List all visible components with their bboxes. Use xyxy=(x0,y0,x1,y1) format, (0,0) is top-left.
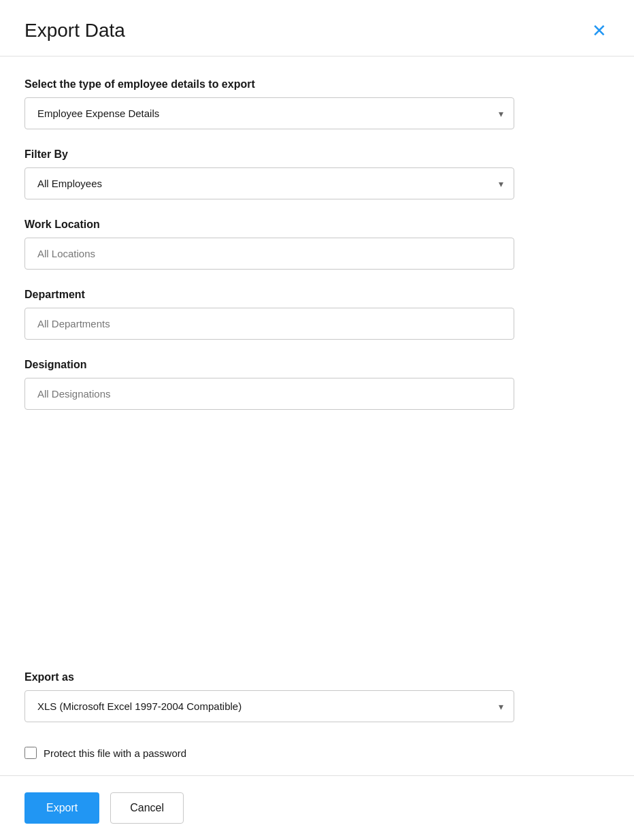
cancel-button[interactable]: Cancel xyxy=(110,792,184,824)
designation-group: Designation xyxy=(24,359,610,410)
export-type-select[interactable]: Employee Expense DetailsEmployee Details… xyxy=(24,97,514,129)
filter-by-select[interactable]: All EmployeesActive EmployeesInactive Em… xyxy=(24,167,514,199)
export-button[interactable]: Export xyxy=(24,792,99,824)
close-icon: ✕ xyxy=(592,22,607,39)
dialog-body: Select the type of employee details to e… xyxy=(0,56,634,775)
work-location-group: Work Location xyxy=(24,219,610,270)
work-location-input[interactable] xyxy=(24,238,514,270)
export-as-select-wrapper: XLS (Microsoft Excel 1997-2004 Compatibl… xyxy=(24,690,514,722)
department-group: Department xyxy=(24,289,610,340)
password-protect-checkbox[interactable] xyxy=(24,747,37,759)
filter-by-label: Filter By xyxy=(24,148,610,161)
designation-input[interactable] xyxy=(24,378,514,410)
department-label: Department xyxy=(24,289,610,301)
export-as-label: Export as xyxy=(24,671,610,683)
export-type-group: Select the type of employee details to e… xyxy=(24,78,610,129)
department-input[interactable] xyxy=(24,308,514,340)
export-as-group: Export as XLS (Microsoft Excel 1997-2004… xyxy=(24,671,610,722)
filter-by-group: Filter By All EmployeesActive EmployeesI… xyxy=(24,148,610,199)
dialog-footer: Export Cancel xyxy=(0,775,634,840)
filter-by-select-wrapper: All EmployeesActive EmployeesInactive Em… xyxy=(24,167,514,199)
export-type-select-wrapper: Employee Expense DetailsEmployee Details… xyxy=(24,97,514,129)
export-as-select[interactable]: XLS (Microsoft Excel 1997-2004 Compatibl… xyxy=(24,690,514,722)
export-type-label: Select the type of employee details to e… xyxy=(24,78,610,91)
close-button[interactable]: ✕ xyxy=(589,19,610,42)
designation-label: Designation xyxy=(24,359,610,371)
dialog-title: Export Data xyxy=(24,20,125,42)
dialog-header: Export Data ✕ xyxy=(0,0,634,56)
password-protect-group: Protect this file with a password xyxy=(24,747,610,759)
password-protect-label[interactable]: Protect this file with a password xyxy=(44,747,186,759)
export-dialog: Export Data ✕ Select the type of employe… xyxy=(0,0,634,840)
work-location-label: Work Location xyxy=(24,219,610,231)
